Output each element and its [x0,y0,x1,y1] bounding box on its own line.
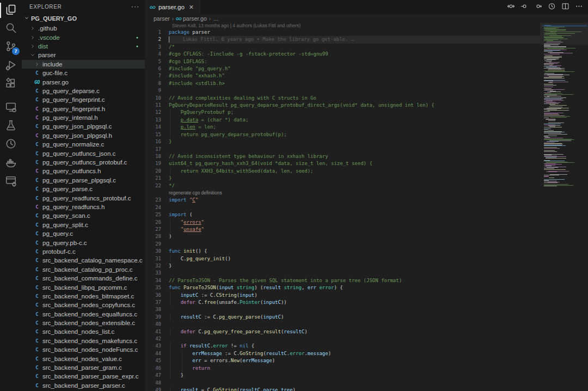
file-src-backend-nodes-bitmapset-c[interactable]: Csrc_backend_nodes_bitmapset.c [22,292,145,301]
code-line-46[interactable]: 46return [145,365,540,372]
code-line-39[interactable]: 39resultC := C.pg_query_parse(inputC) [145,314,540,321]
file-pg-query-json-plpgsql-c[interactable]: Cpg_query_json_plpgsql.c [22,122,145,131]
activity-run-debug[interactable] [0,57,22,75]
line-number[interactable]: 4 [145,51,169,58]
file-pg-query-c[interactable]: Cpg_query.c [22,229,145,238]
code-line-35[interactable]: 35func ParseToJSON(input string) (result… [145,284,540,291]
file-pg-query-pb-c-c[interactable]: Cpg_query.pb-c.c [22,238,145,247]
line-number[interactable]: 8 [145,80,169,87]
code-line-27[interactable]: 27"unsafe" [145,226,540,233]
previous-change-button[interactable] [519,2,529,12]
code-line-29[interactable]: 29 [145,241,540,248]
code-line-16[interactable]: 16} [145,138,540,145]
file-src-backend-nodes-extensible-c[interactable]: Csrc_backend_nodes_extensible.c [22,319,145,327]
line-number[interactable]: 7 [145,72,169,80]
code-line-14[interactable]: 14p.len = len; [145,124,540,131]
line-number[interactable]: 14 [145,124,169,131]
line-number[interactable]: 45 [145,357,169,364]
code-line-44[interactable]: 44errMessage := C.GoString(resultC.error… [145,350,540,357]
code-line-7[interactable]: 7#include "xxhash.h" [145,72,540,80]
file-src-backend-nodes-list-c[interactable]: Csrc_backend_nodes_list.c [22,327,145,336]
code-line-4[interactable]: 4#cgo CFLAGS: -Iinclude -g -fstack-prote… [145,51,540,58]
activity-source-control[interactable]: 7 [0,38,22,57]
folder-parser[interactable]: parser [22,51,145,59]
file-pg-query-deparse-c[interactable]: Cpg_query_deparse.c [22,87,145,95]
line-number[interactable]: 49 [145,387,169,391]
code-line-24[interactable]: 24 [145,204,540,211]
code-line-2[interactable]: 2Lukas Fittl, 6 years ago • Make the lib… [145,36,540,43]
code-line-28[interactable]: 28) [145,233,540,240]
line-number[interactable]: 31 [145,255,169,262]
code-line-15[interactable]: 15return pg_query_deparse_protobuf(p); [145,131,540,138]
file-pg-query-parse-plpgsql-c[interactable]: Cpg_query_parse_plpgsql.c [22,176,145,185]
line-number[interactable]: 42 [145,335,169,343]
file-src-backend-catalog-pg-proc-c[interactable]: Csrc_backend_catalog_pg_proc.c [22,265,145,274]
line-number[interactable]: 28 [145,233,169,240]
line-number[interactable]: 26 [145,219,169,226]
file-history-button[interactable] [547,2,556,12]
line-number[interactable]: 37 [145,299,169,306]
file-pg-query-internal-h[interactable]: Cpg_query_internal.h [22,113,145,122]
folder--github[interactable]: .github [22,24,145,33]
file-pg-query-json-plpgsql-h[interactable]: Cpg_query_json_plpgsql.h [22,131,145,140]
line-number[interactable]: 1 [145,29,169,36]
folder-dist[interactable]: dist● [22,42,145,51]
line-number[interactable]: 22 [145,182,169,190]
file-src-backend-parser-parse-expr-c[interactable]: Csrc_backend_parser_parse_expr.c [22,372,145,381]
line-number[interactable]: 9 [145,87,169,94]
line-number[interactable]: 33 [145,270,169,277]
line-number[interactable]: 38 [145,306,169,313]
code-editor[interactable]: Steven Kalt, 13 months ago | 4 authors (… [145,23,588,391]
line-number[interactable]: 18 [145,153,169,160]
code-line-32[interactable]: 32} [145,262,540,270]
code-line-3[interactable]: 3/* [145,44,540,51]
file-src-backend-commands-define-c[interactable]: Csrc_backend_commands_define.c [22,274,145,283]
file-guc-file-c[interactable]: Cguc-file.c [22,69,145,77]
line-number[interactable]: 32 [145,262,169,270]
file-pg-query-outfuncs-json-c[interactable]: Cpg_query_outfuncs_json.c [22,149,145,157]
line-number[interactable]: 16 [145,138,169,145]
breadcrumb-file[interactable]: GO parser.go [176,15,207,22]
code-line-48[interactable]: 48 [145,380,540,387]
line-number[interactable]: 24 [145,204,169,211]
activity-remote-explorer[interactable] [0,99,22,117]
file-src-backend-nodes-value-c[interactable]: Csrc_backend_nodes_value.c [22,354,145,363]
activity-explorer[interactable] [0,1,22,20]
code-line-25[interactable]: 25import ( [145,211,540,218]
line-number[interactable]: 2 [145,36,169,43]
file-pg-query-readfuncs-protobuf-c[interactable]: Cpg_query_readfuncs_protobuf.c [22,193,145,202]
file-src-backend-parser-parser-c[interactable]: Csrc_backend_parser_parser.c [22,381,145,390]
line-number[interactable]: 15 [145,131,169,138]
file-pg-query-outfuncs-h[interactable]: Cpg_query_outfuncs.h [22,167,145,175]
breadcrumb-folder[interactable]: parser [154,15,170,22]
file-src-backend-parser-gram-c[interactable]: Csrc_backend_parser_gram.c [22,363,145,372]
file-src-backend-nodes-equalfuncs-c[interactable]: Csrc_backend_nodes_equalfuncs.c [22,310,145,319]
code-line-22[interactable]: 22*/ [145,182,540,190]
file-src-backend-catalog-namespace-c[interactable]: Csrc_backend_catalog_namespace.c [22,256,145,265]
line-number[interactable]: 23 [145,197,169,204]
folder-include[interactable]: include [22,60,145,69]
file-pg-query-normalize-c[interactable]: Cpg_query_normalize.c [22,140,145,149]
code-line-21[interactable]: 21} [145,175,540,182]
codelens-regenerate-cgo[interactable]: regenerate cgo definitions [169,190,222,197]
file-parser-go[interactable]: GOparser.go [22,77,145,86]
activity-testing[interactable] [0,117,22,136]
code-line-10[interactable]: 10// Avoid complexities dealing with C s… [145,95,540,102]
tab-parser-go[interactable]: GO parser.go ✕ [145,0,200,14]
code-line-20[interactable]: 20return XXH3_64bits_withSeed(data, len,… [145,168,540,175]
line-number[interactable]: 21 [145,175,169,182]
line-number[interactable]: 10 [145,95,169,102]
line-number[interactable]: 48 [145,380,169,387]
code-line-42[interactable]: 42 [145,335,540,343]
minimap[interactable] [540,23,588,391]
file-src-backend-nodes-nodefuncs-c[interactable]: Csrc_backend_nodes_nodeFuncs.c [22,345,145,354]
file-src-backend-libpq-pqcomm-c[interactable]: Csrc_backend_libpq_pqcomm.c [22,283,145,291]
code-line-8[interactable]: 8#include <stdlib.h> [145,80,540,87]
next-change-button[interactable] [533,2,543,12]
folder--vscode[interactable]: .vscode● [22,33,145,41]
code-line-1[interactable]: 1package parser [145,29,540,36]
line-number[interactable]: 6 [145,65,169,72]
line-number[interactable]: 36 [145,292,169,299]
file-pg-query-split-c[interactable]: Cpg_query_split.c [22,221,145,229]
code-line-23[interactable]: 23import "C" [145,197,540,204]
